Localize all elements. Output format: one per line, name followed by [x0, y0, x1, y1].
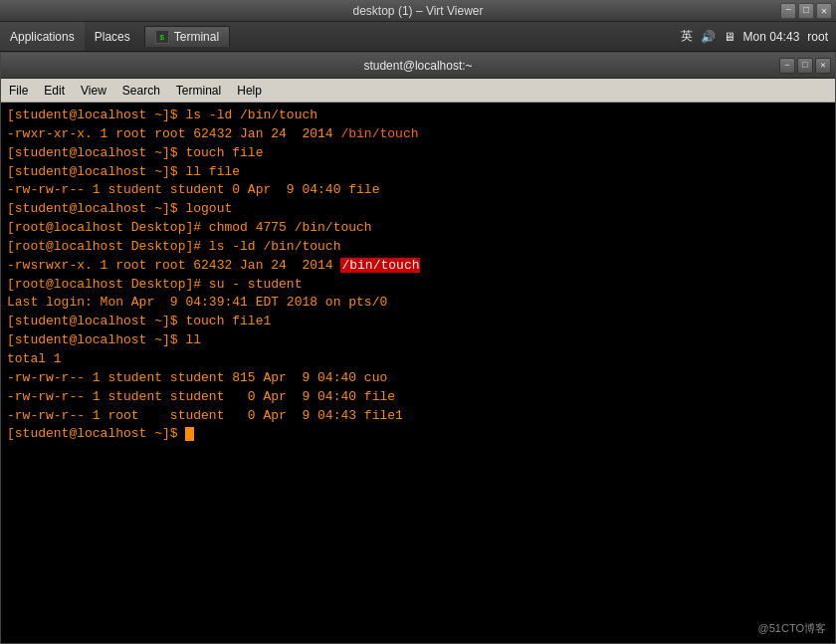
line-7: [root@localhost Desktop]# chmod 4775 /bi… — [7, 219, 829, 238]
virt-viewer-title: desktop (1) – Virt Viewer — [353, 4, 484, 18]
network-icon[interactable]: 🖥 — [724, 30, 735, 44]
term-menu-edit[interactable]: Edit — [36, 79, 73, 102]
virt-viewer-titlebar: desktop (1) – Virt Viewer − □ ✕ — [0, 0, 836, 22]
term-close-button[interactable]: ✕ — [815, 58, 831, 74]
terminal-tab[interactable]: $ Terminal — [144, 26, 230, 47]
maximize-button[interactable]: □ — [798, 3, 814, 19]
line-6: [student@localhost ~]$ logout — [7, 200, 829, 219]
volume-icon[interactable]: 🔊 — [701, 30, 716, 44]
line-16: -rw-rw-r-- 1 student student 0 Apr 9 04:… — [7, 388, 829, 407]
term-menu-help[interactable]: Help — [229, 79, 270, 102]
terminal-titlebar: student@localhost:~ − □ ✕ — [1, 53, 835, 79]
line-10: [root@localhost Desktop]# su - student — [7, 276, 829, 295]
panel-right: 英 🔊 🖥 Mon 04:43 root — [681, 28, 836, 45]
term-minimize-button[interactable]: − — [779, 58, 795, 74]
line-3: [student@localhost ~]$ touch file — [7, 144, 829, 163]
lang-indicator[interactable]: 英 — [681, 28, 693, 45]
clock: Mon 04:43 — [743, 30, 800, 44]
gnome-panel: Applications Places $ Terminal 英 🔊 🖥 Mon… — [0, 22, 836, 52]
virt-viewer-window-controls: − □ ✕ — [780, 3, 832, 19]
terminal-body[interactable]: [student@localhost ~]$ ls -ld /bin/touch… — [1, 103, 835, 643]
panel-left: Applications Places $ Terminal — [0, 22, 230, 51]
line-13: [student@localhost ~]$ ll — [7, 331, 829, 350]
cursor-block — [185, 427, 194, 441]
terminal-menubar: File Edit View Search Terminal Help — [1, 79, 835, 103]
line-14: total 1 — [7, 350, 829, 369]
terminal-window-title: student@localhost:~ — [363, 59, 472, 73]
terminal-icon: $ — [155, 30, 169, 44]
line-1: [student@localhost ~]$ ls -ld /bin/touch — [7, 107, 829, 125]
close-button[interactable]: ✕ — [816, 3, 832, 19]
terminal-window: student@localhost:~ − □ ✕ File Edit View… — [0, 52, 836, 644]
line-18: [student@localhost ~]$ — [7, 425, 829, 444]
term-menu-file[interactable]: File — [1, 79, 36, 102]
line-2: -rwxr-xr-x. 1 root root 62432 Jan 24 201… — [7, 125, 829, 144]
line-11: Last login: Mon Apr 9 04:39:41 EDT 2018 … — [7, 294, 829, 313]
applications-menu[interactable]: Applications — [0, 22, 85, 51]
line-9: -rwsrwxr-x. 1 root root 62432 Jan 24 201… — [7, 257, 829, 276]
user-label: root — [807, 30, 828, 44]
term-menu-view[interactable]: View — [73, 79, 114, 102]
term-maximize-button[interactable]: □ — [797, 58, 813, 74]
line-8: [root@localhost Desktop]# ls -ld /bin/to… — [7, 238, 829, 257]
line-12: [student@localhost ~]$ touch file1 — [7, 313, 829, 331]
line-5: -rw-rw-r-- 1 student student 0 Apr 9 04:… — [7, 181, 829, 200]
line-4: [student@localhost ~]$ ll file — [7, 163, 829, 182]
places-menu[interactable]: Places — [85, 22, 140, 51]
line-15: -rw-rw-r-- 1 student student 815 Apr 9 0… — [7, 369, 829, 388]
watermark: @51CTO博客 — [758, 621, 826, 636]
term-menu-search[interactable]: Search — [114, 79, 168, 102]
terminal-window-controls: − □ ✕ — [779, 58, 831, 74]
minimize-button[interactable]: − — [780, 3, 796, 19]
term-menu-terminal[interactable]: Terminal — [168, 79, 229, 102]
terminal-tab-label: Terminal — [174, 30, 219, 44]
line-17: -rw-rw-r-- 1 root student 0 Apr 9 04:43 … — [7, 407, 829, 426]
